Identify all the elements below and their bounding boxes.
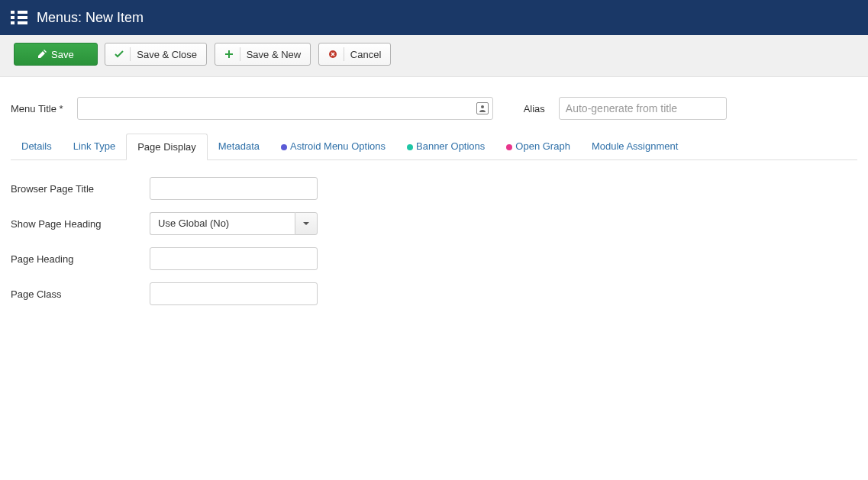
show-page-heading-value: Use Global (No) bbox=[150, 212, 295, 235]
cancel-label: Cancel bbox=[350, 49, 381, 60]
chevron-down-icon[interactable] bbox=[295, 212, 318, 235]
browser-page-title-input[interactable] bbox=[150, 177, 318, 200]
tab-link-type[interactable]: Link Type bbox=[63, 134, 126, 159]
page-title: Menus: New Item bbox=[37, 10, 144, 26]
app-header: Menus: New Item bbox=[0, 0, 868, 35]
tab-astroid-menu-options[interactable]: Astroid Menu Options bbox=[270, 134, 396, 159]
alias-label: Alias bbox=[524, 103, 545, 114]
tab-label: Page Display bbox=[137, 141, 196, 153]
menu-title-label: Menu Title * bbox=[11, 103, 63, 114]
browser-page-title-label: Browser Page Title bbox=[11, 183, 150, 195]
tab-label: Banner Options bbox=[416, 140, 485, 152]
tab-metadata[interactable]: Metadata bbox=[208, 134, 270, 159]
menu-icon[interactable] bbox=[11, 9, 27, 26]
save-close-label: Save & Close bbox=[137, 49, 197, 60]
page-class-input[interactable] bbox=[150, 282, 318, 305]
tab-open-graph[interactable]: Open Graph bbox=[495, 134, 581, 159]
page-class-label: Page Class bbox=[11, 288, 150, 300]
dot-icon bbox=[506, 144, 512, 150]
page-heading-label: Page Heading bbox=[11, 253, 150, 265]
menu-title-input-wrap bbox=[77, 97, 493, 120]
save-close-button[interactable]: Save & Close bbox=[105, 43, 207, 66]
tab-label: Details bbox=[21, 140, 52, 152]
tabs: DetailsLink TypePage DisplayMetadataAstr… bbox=[11, 134, 857, 160]
form-area: Menu Title * Alias DetailsLink TypePage … bbox=[0, 77, 868, 305]
menu-title-input[interactable] bbox=[77, 97, 493, 120]
svg-point-1 bbox=[481, 105, 484, 108]
tab-banner-options[interactable]: Banner Options bbox=[396, 134, 495, 159]
tab-module-assignment[interactable]: Module Assignment bbox=[581, 134, 689, 159]
tab-page-display[interactable]: Page Display bbox=[126, 134, 208, 160]
cancel-button[interactable]: Cancel bbox=[318, 43, 391, 66]
save-button-label: Save bbox=[51, 49, 74, 60]
person-badge-icon[interactable] bbox=[476, 102, 489, 114]
alias-input[interactable] bbox=[559, 97, 727, 120]
dot-icon bbox=[281, 144, 287, 150]
show-page-heading-label: Show Page Heading bbox=[11, 218, 150, 230]
save-new-button[interactable]: Save & New bbox=[215, 43, 311, 66]
check-icon bbox=[115, 47, 131, 61]
page-heading-input[interactable] bbox=[150, 247, 318, 270]
pencil-icon bbox=[37, 50, 47, 59]
toolbar: Save Save & Close Save & New Cancel bbox=[0, 35, 868, 77]
tab-content-page-display: Browser Page Title Show Page Heading Use… bbox=[11, 160, 857, 305]
title-row: Menu Title * Alias bbox=[11, 97, 857, 120]
cancel-icon bbox=[328, 47, 344, 61]
tab-label: Astroid Menu Options bbox=[290, 140, 386, 152]
tab-label: Open Graph bbox=[515, 140, 570, 152]
tab-details[interactable]: Details bbox=[11, 134, 63, 159]
tab-label: Metadata bbox=[218, 140, 260, 152]
tab-label: Module Assignment bbox=[592, 140, 678, 152]
show-page-heading-select[interactable]: Use Global (No) bbox=[150, 212, 318, 235]
save-new-label: Save & New bbox=[247, 49, 302, 60]
plus-icon bbox=[224, 47, 240, 61]
save-button[interactable]: Save bbox=[14, 43, 98, 66]
dot-icon bbox=[407, 144, 413, 150]
tab-label: Link Type bbox=[73, 140, 115, 152]
